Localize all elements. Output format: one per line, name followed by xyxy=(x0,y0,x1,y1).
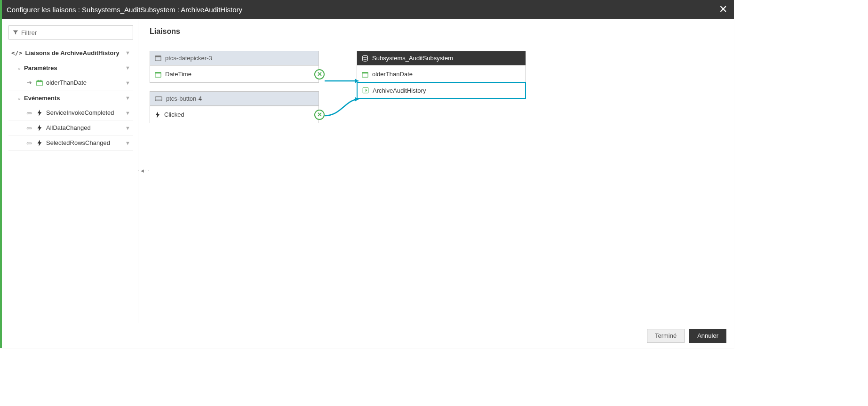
delete-binding-icon[interactable]: ✕ xyxy=(314,69,325,80)
arrow-left-icon: ⇦ xyxy=(25,139,33,147)
dialog-header: Configurer les liaisons : Subsystems_Aud… xyxy=(2,0,734,19)
widget-icon xyxy=(155,55,161,62)
bolt-icon xyxy=(36,110,43,116)
service-icon xyxy=(362,87,369,94)
main-heading: Liaisons xyxy=(150,27,723,36)
connector-line xyxy=(325,97,362,120)
calendar-icon xyxy=(362,71,368,78)
delete-binding-icon[interactable]: ✕ xyxy=(314,110,325,120)
chevron-down-icon[interactable]: ▼ xyxy=(125,65,130,71)
chevron-down-icon[interactable]: ▼ xyxy=(125,95,130,101)
svg-rect-9 xyxy=(155,99,162,101)
bolt-icon xyxy=(36,125,43,131)
close-icon[interactable]: ✕ xyxy=(719,4,727,15)
port-label: DateTime xyxy=(165,71,191,78)
chevron-down-icon[interactable]: ▼ xyxy=(125,125,130,131)
node-header[interactable]: ptcs-button-4 xyxy=(150,92,319,106)
svg-rect-3 xyxy=(40,80,41,81)
filter-input[interactable] xyxy=(21,29,129,36)
port-label: olderThanDate xyxy=(372,71,413,78)
chevron-down-icon: ⌄ xyxy=(17,65,21,71)
dialog-footer: Terminé Annuler xyxy=(2,323,734,348)
widget-icon xyxy=(155,96,162,102)
chevron-down-icon[interactable]: ▼ xyxy=(125,110,130,116)
svg-rect-2 xyxy=(38,80,39,81)
calendar-icon xyxy=(155,71,161,78)
node-header[interactable]: ptcs-datepicker-3 xyxy=(150,51,319,65)
port-datetime[interactable]: DateTime ✕ xyxy=(150,65,319,82)
node-title: ptcs-datepicker-3 xyxy=(165,55,212,62)
database-icon xyxy=(362,55,368,62)
node-title: ptcs-button-4 xyxy=(166,95,202,102)
calendar-icon xyxy=(36,80,43,86)
chevron-down-icon[interactable]: ▼ xyxy=(125,50,130,56)
bolt-icon xyxy=(155,111,160,118)
target-node-subsystem[interactable]: Subsystems_AuditSubsystem olderThanDate … xyxy=(357,51,526,99)
done-button[interactable]: Terminé xyxy=(647,329,685,343)
tree-item-olderthandate[interactable]: ➔ olderThanDate ▼ xyxy=(8,75,133,90)
filter-icon xyxy=(13,30,18,35)
cancel-button[interactable]: Annuler xyxy=(689,329,726,343)
main-panel: ⋮◀⋮ Liaisons xyxy=(138,19,734,323)
svg-rect-7 xyxy=(155,72,161,73)
port-clicked[interactable]: Clicked ✕ xyxy=(150,106,319,123)
svg-rect-12 xyxy=(362,72,368,73)
dialog-title: Configurer les liaisons : Subsystems_Aud… xyxy=(7,6,719,14)
source-node-button[interactable]: ptcs-button-4 Clicked ✕ xyxy=(150,91,319,123)
port-archiveaudithistory[interactable]: ArchiveAuditHistory xyxy=(357,82,526,99)
tree-item-selectedrowschanged[interactable]: ⇦ SelectedRowsChanged ▼ xyxy=(8,135,133,151)
chevron-down-icon[interactable]: ▼ xyxy=(125,80,130,86)
bolt-icon xyxy=(36,140,43,146)
filter-box[interactable] xyxy=(8,25,133,40)
node-title: Subsystems_AuditSubsystem xyxy=(372,55,453,62)
arrow-right-icon: ➔ xyxy=(25,79,33,86)
node-header[interactable]: Subsystems_AuditSubsystem xyxy=(357,51,526,65)
tree-section-events[interactable]: ⌄ Evénements ▼ xyxy=(8,90,133,105)
tree: </> Liaisons de ArchiveAuditHistory ▼ ⌄ … xyxy=(8,45,133,151)
port-olderthandate[interactable]: olderThanDate xyxy=(357,65,526,82)
tree-item-serviceinvokecompleted[interactable]: ⇦ ServiceInvokeCompleted ▼ xyxy=(8,105,133,120)
svg-rect-5 xyxy=(155,56,161,57)
svg-point-10 xyxy=(363,55,368,57)
sidebar: </> Liaisons de ArchiveAuditHistory ▼ ⌄ … xyxy=(2,19,138,323)
splitter-handle[interactable]: ⋮◀⋮ xyxy=(138,168,150,174)
port-label: ArchiveAuditHistory xyxy=(373,87,426,94)
chevron-down-icon[interactable]: ▼ xyxy=(125,140,130,146)
source-node-datepicker[interactable]: ptcs-datepicker-3 DateTime ✕ xyxy=(150,51,319,83)
arrow-left-icon: ⇦ xyxy=(25,124,33,132)
arrow-left-icon: ⇦ xyxy=(25,109,33,117)
tree-root[interactable]: </> Liaisons de ArchiveAuditHistory ▼ xyxy=(8,45,133,60)
svg-rect-1 xyxy=(37,80,42,82)
chevron-down-icon: ⌄ xyxy=(17,95,21,101)
tree-section-params[interactable]: ⌄ Paramètres ▼ xyxy=(8,60,133,75)
tree-item-alldatachanged[interactable]: ⇦ AllDataChanged ▼ xyxy=(8,120,133,135)
code-icon: </> xyxy=(11,49,22,56)
port-label: Clicked xyxy=(164,111,184,118)
